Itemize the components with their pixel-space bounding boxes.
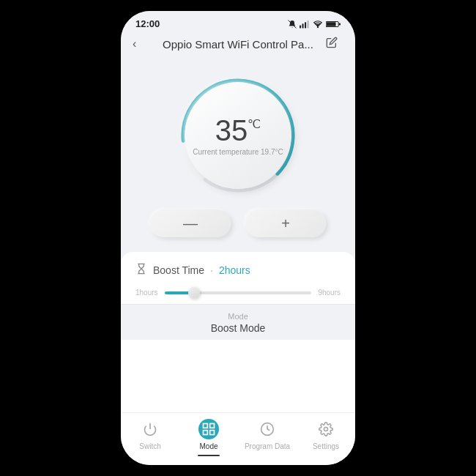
- nav-item-program-data[interactable]: Program Data: [238, 419, 297, 450]
- slider-min-label: 1hours: [135, 289, 159, 297]
- clock-icon-container: [257, 419, 278, 439]
- header: ‹ Oppio Smart WiFi Control Pa...: [121, 32, 355, 59]
- current-temperature: Current temperature 19.7°C: [193, 148, 283, 156]
- wifi-icon: [313, 20, 323, 29]
- svg-rect-2: [302, 23, 304, 28]
- clock-icon: [260, 422, 275, 436]
- mode-section: Mode Boost Mode: [121, 304, 355, 340]
- boost-slider-container: 1hours 9hours: [135, 289, 341, 297]
- decrease-button[interactable]: —: [150, 209, 231, 237]
- mode-value: Boost Mode: [121, 322, 355, 334]
- signal-icon: [300, 20, 310, 29]
- settings-nav-label: Settings: [313, 442, 339, 450]
- boost-separator: ·: [210, 264, 213, 276]
- thermostat-ring[interactable]: 35℃ Current temperature 19.7°C: [176, 73, 300, 198]
- slider-max-label: 9hours: [317, 289, 341, 297]
- power-icon: [143, 422, 157, 436]
- nav-active-indicator: [198, 455, 220, 456]
- battery-icon: [326, 20, 341, 29]
- svg-rect-16: [204, 431, 208, 435]
- svg-rect-14: [210, 424, 215, 428]
- hourglass-icon: [135, 262, 147, 278]
- svg-rect-1: [300, 25, 301, 28]
- program-data-nav-label: Program Data: [245, 442, 290, 450]
- edit-button[interactable]: [326, 37, 343, 51]
- mode-icon-container: [198, 419, 219, 439]
- grid-icon: [201, 422, 216, 436]
- boost-header: Boost Time · 2hours: [135, 262, 341, 278]
- svg-point-18: [324, 428, 328, 431]
- increase-button[interactable]: +: [245, 209, 326, 237]
- svg-rect-15: [210, 431, 215, 435]
- bottom-nav: Switch Mode Program D: [121, 412, 355, 465]
- boost-label: Boost Time: [153, 264, 204, 276]
- thermostat-display: 35℃ Current temperature 19.7°C: [185, 82, 291, 189]
- phone-frame: 12:00: [121, 11, 355, 465]
- mode-nav-label: Mode: [199, 442, 217, 450]
- svg-rect-8: [339, 23, 341, 25]
- status-bar: 12:00: [121, 11, 355, 32]
- boost-value: 2hours: [219, 264, 250, 276]
- main-content: 35℃ Current temperature 19.7°C — +: [121, 59, 355, 412]
- boost-slider-track[interactable]: [165, 291, 311, 294]
- page-title: Oppio Smart WiFi Control Pa...: [150, 38, 326, 51]
- slider-thumb[interactable]: [188, 287, 200, 299]
- svg-point-5: [317, 26, 319, 27]
- bell-muted-icon: [288, 20, 297, 29]
- nav-item-mode[interactable]: Mode: [179, 419, 238, 456]
- svg-rect-3: [305, 22, 306, 28]
- boost-card: Boost Time · 2hours 1hours 9hours Mode B…: [121, 252, 355, 412]
- switch-icon-container: [140, 419, 160, 439]
- svg-rect-13: [204, 424, 208, 428]
- svg-rect-7: [327, 22, 336, 26]
- svg-rect-4: [308, 21, 309, 28]
- status-icons: [288, 20, 341, 29]
- status-time: 12:00: [135, 18, 160, 29]
- mode-label: Mode: [121, 312, 355, 321]
- settings-icon-container: [316, 419, 336, 439]
- back-button[interactable]: ‹: [133, 37, 150, 51]
- temperature-controls: — +: [143, 209, 333, 237]
- switch-nav-label: Switch: [139, 442, 160, 450]
- thermostat-container: 35℃ Current temperature 19.7°C — +: [143, 59, 333, 245]
- set-temperature: 35℃: [215, 116, 261, 145]
- gear-icon: [319, 422, 333, 436]
- nav-item-switch[interactable]: Switch: [121, 419, 179, 450]
- nav-item-settings[interactable]: Settings: [297, 419, 355, 450]
